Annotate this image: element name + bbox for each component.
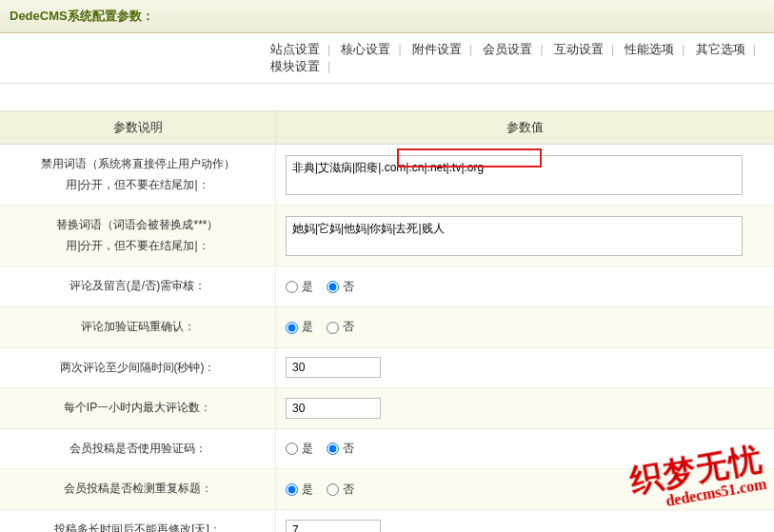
- row-label: 替换词语（词语会被替换成***） 用|分开，但不要在结尾加|：: [0, 206, 276, 266]
- radio-yes-label[interactable]: 是: [286, 482, 313, 498]
- row-label: 会员投稿是否使用验证码：: [0, 429, 276, 469]
- radio-yes-text: 是: [302, 442, 313, 455]
- tab-member[interactable]: 会员设置: [479, 41, 536, 58]
- radio-yes-label[interactable]: 是: [286, 441, 313, 457]
- radio-yes-text: 是: [302, 320, 313, 333]
- column-header-row: 参数说明 参数值: [0, 110, 774, 145]
- replace-words-textarea[interactable]: [286, 216, 743, 256]
- radio-no-label[interactable]: 否: [327, 279, 354, 295]
- tab-sep: |: [324, 60, 334, 73]
- row-value-cell: 是 否: [276, 307, 774, 347]
- column-label-header: 参数说明: [0, 111, 276, 144]
- tab-sep: |: [466, 43, 476, 56]
- page-title: DedeCMS系统配置参数：: [10, 9, 154, 23]
- row-label: 会员投稿是否检测重复标题：: [0, 469, 276, 509]
- row-label: 两次评论至少间隔时间(秒钟)：: [0, 348, 276, 388]
- tab-sep: |: [394, 43, 405, 56]
- row-label: 评论加验证码重确认：: [0, 307, 276, 347]
- row-value-cell: [276, 388, 774, 428]
- tab-sep: |: [678, 43, 688, 56]
- banned-words-textarea[interactable]: [286, 155, 743, 195]
- tab-site[interactable]: 站点设置: [267, 41, 324, 58]
- radio-no-text: 否: [343, 442, 354, 455]
- row-edit-deadline: 投稿多长时间后不能再修改[天]：: [0, 510, 774, 532]
- comment-interval-input[interactable]: [286, 357, 381, 378]
- label-line1: 替换词语（词语会被替换成***）: [56, 215, 218, 236]
- label-line1: 禁用词语（系统将直接停止用户动作）: [41, 154, 235, 175]
- radio-yes[interactable]: [286, 281, 298, 293]
- tab-module[interactable]: 模块设置: [267, 58, 324, 75]
- row-value-cell: [276, 510, 774, 532]
- page-header: DedeCMS系统配置参数：: [0, 0, 774, 33]
- radio-no[interactable]: [327, 281, 339, 293]
- row-comment-review: 评论及留言(是/否)需审核： 是 否: [0, 266, 774, 307]
- radio-no[interactable]: [327, 322, 339, 334]
- tab-sep: |: [607, 43, 618, 56]
- row-value-cell: [276, 206, 774, 266]
- label-line2: 用|分开，但不要在结尾加|：: [66, 236, 208, 257]
- row-label: 评论及留言(是/否)需审核：: [0, 266, 276, 306]
- row-label: 禁用词语（系统将直接停止用户动作） 用|分开，但不要在结尾加|：: [0, 145, 276, 205]
- tab-performance[interactable]: 性能选项: [621, 41, 678, 58]
- row-value-cell: [276, 348, 774, 388]
- radio-yes[interactable]: [286, 483, 298, 496]
- radio-yes-text: 是: [302, 280, 313, 293]
- row-banned-words: 禁用词语（系统将直接停止用户动作） 用|分开，但不要在结尾加|：: [0, 145, 774, 206]
- column-value-header: 参数值: [276, 111, 774, 144]
- row-label: 每个IP一小时内最大评论数：: [0, 388, 276, 428]
- radio-yes-label[interactable]: 是: [286, 279, 313, 295]
- radio-no-label[interactable]: 否: [327, 482, 354, 498]
- ip-max-comments-input[interactable]: [286, 398, 381, 419]
- radio-no[interactable]: [327, 483, 339, 496]
- tab-sep: |: [749, 43, 760, 56]
- tab-interaction[interactable]: 互动设置: [550, 41, 607, 58]
- row-member-dup-title: 会员投稿是否检测重复标题： 是 否: [0, 469, 774, 510]
- row-value-cell: 是 否: [276, 266, 774, 306]
- row-captcha-confirm: 评论加验证码重确认： 是 否: [0, 307, 774, 348]
- edit-deadline-input[interactable]: [286, 520, 381, 532]
- tab-bar: 站点设置| 核心设置| 附件设置| 会员设置| 互动设置| 性能选项| 其它选项…: [0, 33, 774, 84]
- row-member-post-captcha: 会员投稿是否使用验证码： 是 否: [0, 429, 774, 470]
- row-replace-words: 替换词语（词语会被替换成***） 用|分开，但不要在结尾加|：: [0, 206, 774, 266]
- row-label: 投稿多长时间后不能再修改[天]：: [0, 510, 276, 532]
- radio-no-label[interactable]: 否: [327, 441, 354, 457]
- row-value-cell: 是 否: [276, 429, 774, 469]
- row-value-cell: 是 否: [276, 469, 774, 509]
- radio-yes-label[interactable]: 是: [286, 319, 313, 335]
- radio-no-label[interactable]: 否: [327, 319, 354, 335]
- radio-no-text: 否: [343, 280, 354, 293]
- tab-other[interactable]: 其它选项: [692, 41, 749, 58]
- row-ip-max-comments: 每个IP一小时内最大评论数：: [0, 388, 774, 429]
- radio-no-text: 否: [343, 320, 354, 333]
- tab-sep: |: [536, 43, 546, 56]
- radio-yes[interactable]: [286, 322, 298, 334]
- radio-yes[interactable]: [286, 443, 298, 455]
- radio-no-text: 否: [343, 483, 354, 496]
- row-value-cell: [276, 145, 774, 205]
- row-comment-interval: 两次评论至少间隔时间(秒钟)：: [0, 348, 774, 389]
- tab-core[interactable]: 核心设置: [337, 41, 394, 58]
- tab-attachment[interactable]: 附件设置: [408, 41, 466, 58]
- tab-sep: |: [324, 43, 334, 56]
- label-line2: 用|分开，但不要在结尾加|：: [66, 175, 208, 196]
- radio-yes-text: 是: [302, 483, 313, 496]
- radio-no[interactable]: [327, 443, 339, 455]
